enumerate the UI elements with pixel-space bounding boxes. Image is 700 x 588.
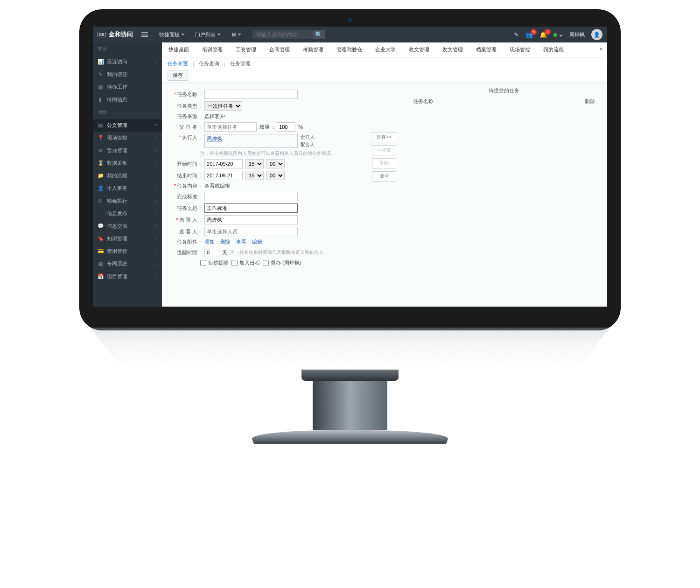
ptab-outbox-doc[interactable]: 发文管理 [436, 42, 469, 57]
cooperator-link[interactable]: 配合人 [301, 141, 315, 148]
search-button[interactable]: 🔍 [313, 30, 325, 39]
stab-task-assign[interactable]: 任务布置 [168, 60, 188, 67]
username[interactable]: 周烨枫 [569, 31, 585, 38]
stash-button[interactable]: 暂存>> [372, 132, 396, 142]
ptab-training[interactable]: 培训管理 [196, 42, 229, 57]
executor-box[interactable]: 周烨枫 [204, 134, 298, 148]
person-icon: 👤 [98, 185, 103, 191]
copy-button[interactable]: 复制 [372, 158, 396, 168]
device-link[interactable]: 🖥 [228, 32, 244, 37]
reflection [79, 328, 621, 370]
attach-edit-link[interactable]: 编辑 [252, 238, 262, 245]
supervise-checkbox[interactable] [263, 260, 269, 266]
responsible-link[interactable]: 责任人 [301, 134, 315, 140]
menu-toggle-icon[interactable] [141, 32, 148, 37]
col-delete: 删除 [585, 98, 595, 105]
start-date-input[interactable] [204, 159, 243, 168]
weight-unit: % [298, 124, 303, 130]
ptab-onsite[interactable]: 现场管控 [503, 42, 537, 57]
sidebar-item-my-workflow[interactable]: 📁我的流程› [93, 169, 162, 182]
assigner-input[interactable] [204, 215, 298, 224]
brand-prefix: C6 [98, 32, 106, 37]
ptab-archive[interactable]: 档案管理 [469, 42, 503, 57]
parent-task-input[interactable] [204, 122, 257, 132]
bell-icon[interactable]: 🔔7 [539, 31, 547, 38]
label-executor: 执行人 [169, 134, 197, 141]
sidebar-item-knowledge[interactable]: 🔖知识管理› [93, 232, 162, 245]
users-icon[interactable]: 👥5 [525, 31, 533, 38]
ptab-my-workflow[interactable]: 我的流程 [537, 42, 570, 57]
avatar[interactable]: 👤 [591, 29, 602, 40]
attach-view-link[interactable]: 查看 [236, 238, 246, 245]
end-hour-select[interactable]: 15 [245, 171, 264, 180]
start-hour-select[interactable]: 15 [245, 159, 264, 168]
stab-task-mgmt[interactable]: 任务管理 [230, 60, 251, 67]
sidebar-item-todo[interactable]: ▦待办工作 [93, 81, 162, 93]
monitor-frame: C6 金和协同 快捷面板 门户列表 🖥 🔍 ✎ 👥5 🔔7 周烨枫 [79, 9, 621, 442]
attach-add-link[interactable]: 添加 [204, 238, 215, 245]
clear-button[interactable]: 清空 [372, 171, 396, 182]
hourglass-icon: ⌛ [98, 160, 103, 166]
schedule-checkbox[interactable] [231, 260, 238, 266]
pending-title: 待提交的任务 [410, 87, 598, 94]
sidebar-item-data-collect[interactable]: ⌛数据采集› [93, 157, 162, 169]
edit-content-link[interactable]: 查看或编辑 [204, 182, 230, 189]
eye-icon: 👁 [98, 148, 103, 154]
toolbar: 保存 [162, 70, 607, 83]
stab-task-query[interactable]: 任务查询 [199, 60, 219, 67]
sidebar-section-func: 功能 [93, 106, 162, 119]
end-date-input[interactable] [204, 171, 243, 180]
viewer-input[interactable] [204, 227, 298, 236]
ptab-quick-desktop[interactable]: 快捷桌面 [162, 42, 196, 57]
start-min-select[interactable]: 00 [266, 159, 285, 168]
task-name-input[interactable] [204, 90, 298, 99]
more-tabs-icon[interactable]: ▾ [595, 42, 607, 57]
sidebar-section-common: 常用 [93, 42, 162, 56]
ptab-cockpit[interactable]: 管理驾驶仓 [330, 42, 369, 57]
remind-input[interactable] [204, 248, 219, 257]
monitor-bezel: C6 金和协同 快捷面板 门户列表 🖥 🔍 ✎ 👥5 🔔7 周烨枫 [79, 9, 621, 330]
list-icon: ▦ [98, 84, 103, 90]
save-button[interactable]: 保存 [168, 70, 188, 81]
label-task-content: 任务内容 [169, 182, 197, 189]
sidebar-item-expense[interactable]: 💳费用管控› [93, 245, 162, 258]
fetch-button[interactable]: <<提取 [372, 145, 396, 155]
sidebar-item-project[interactable]: 📅项目管理› [93, 270, 162, 283]
task-type-select[interactable]: 一次性任务 [204, 101, 242, 111]
task-doc-input[interactable] [204, 203, 298, 213]
brand: C6 金和协同 [98, 30, 133, 39]
sidebar-item-recent[interactable]: 📊最近访问› [93, 56, 162, 68]
ptab-attendance[interactable]: 考勤管理 [296, 42, 330, 57]
sidebar-item-contract-sys[interactable]: ▦合同系统› [93, 258, 162, 270]
task-source-value[interactable]: 选择客户 [204, 113, 225, 120]
portal-list-link[interactable]: 门户列表 [192, 31, 224, 38]
sidebar: 常用 📊最近访问› ✎我的便签 ▦待办工作 ▮待阅信息 功能 ▤公文管理› 📍现… [93, 42, 162, 307]
ptab-inbox-doc[interactable]: 收文管理 [402, 42, 436, 57]
sms-checkbox[interactable] [200, 260, 206, 266]
status-indicator[interactable] [553, 31, 563, 38]
sidebar-item-info-exchange[interactable]: 💬信息交流› [93, 220, 162, 232]
wand-icon[interactable]: ✎ [514, 31, 519, 38]
ptab-enterprise-univ[interactable]: 企业大学 [369, 42, 402, 57]
bars-icon: ≡ [98, 211, 103, 217]
label-standard: 完成标准 [169, 193, 197, 200]
sidebar-item-personal[interactable]: 👤个人事务› [93, 182, 162, 195]
standard-input[interactable] [204, 192, 298, 201]
monitor-neck [313, 370, 387, 430]
label-remind: 提醒时限 [169, 249, 197, 256]
sidebar-item-notes[interactable]: ✎我的便签 [93, 68, 162, 81]
ptab-contract[interactable]: 合同管理 [263, 42, 296, 57]
attach-del-link[interactable]: 删除 [220, 238, 231, 245]
sidebar-item-supervise[interactable]: 👁督办管理› [93, 144, 162, 157]
sidebar-item-precise-exec[interactable]: ◎精确执行› [93, 195, 162, 207]
sidebar-item-info-publish[interactable]: ≡信息发布› [93, 207, 162, 220]
ptab-salary[interactable]: 工资管理 [229, 42, 263, 57]
sidebar-item-document-mgmt[interactable]: ▤公文管理› [93, 119, 162, 132]
camera-icon [349, 18, 352, 21]
sidebar-item-onsite[interactable]: 📍现场管控› [93, 132, 162, 144]
weight-input[interactable] [277, 122, 295, 132]
search-input[interactable] [252, 30, 313, 39]
sidebar-item-toread[interactable]: ▮待阅信息 [93, 93, 162, 106]
end-min-select[interactable]: 00 [266, 171, 285, 180]
quick-panel-link[interactable]: 快捷面板 [156, 31, 188, 38]
